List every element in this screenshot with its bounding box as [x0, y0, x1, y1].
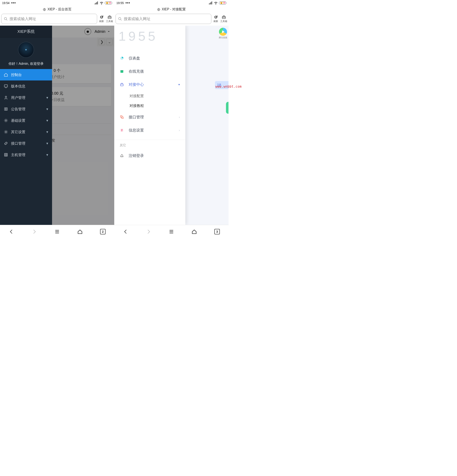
browser-bar: 搜索或输入网址 刷新 工具箱 — [114, 13, 229, 26]
monitor-icon — [4, 84, 8, 88]
gear-icon — [4, 118, 8, 123]
chevron-right-icon: › — [179, 128, 180, 132]
nav-menu-button[interactable] — [53, 227, 62, 236]
action-button-edge[interactable] — [226, 102, 229, 114]
menu-item[interactable]: 信息设置› — [114, 124, 185, 137]
search-icon — [4, 17, 8, 21]
menu-icon — [169, 229, 174, 234]
menu-item-label: 接口管理 — [129, 115, 144, 120]
svg-point-7 — [5, 131, 7, 133]
nav-forward-button[interactable] — [30, 227, 39, 236]
menu-item[interactable]: 对接中心▾ — [114, 78, 185, 91]
home-icon — [191, 229, 197, 235]
url-input[interactable]: 搜索或输入网址 — [116, 14, 211, 24]
svg-rect-15 — [120, 84, 123, 86]
panel-menu: 仪表盘在线充值对接中心▾对接配置对接教程接口管理›信息设置› — [114, 52, 185, 137]
chevron-down-icon: ▾ — [46, 118, 48, 123]
menu-item[interactable]: 在线充值 — [114, 65, 185, 78]
battery-indicator: 🐱66 — [105, 1, 112, 4]
info-banner[interactable]: 18 — [215, 81, 229, 89]
home-icon — [77, 229, 83, 235]
drawer-item-label: 版本信息 — [11, 84, 25, 89]
nav-home-button[interactable] — [190, 227, 199, 236]
svg-rect-14 — [120, 70, 123, 71]
side-drawer: XIEP系统 你好！Admin, 欢迎登录 控制台版本信息用户管理▾公告管理▾基… — [0, 26, 52, 225]
search-icon — [118, 17, 122, 21]
nav-forward-button[interactable] — [144, 227, 153, 236]
drawer-title: XIEP系统 — [0, 26, 52, 37]
menu-item[interactable]: 仪表盘 — [114, 52, 185, 65]
menu-item[interactable]: 接口管理› — [114, 110, 185, 124]
link-icon — [4, 141, 8, 145]
menu-icon — [120, 128, 124, 132]
svg-rect-8 — [4, 153, 7, 156]
user-icon — [4, 95, 8, 100]
chevron-down-icon: ▾ — [46, 95, 48, 100]
menu-icon — [120, 56, 124, 60]
signal-icon — [208, 1, 213, 5]
chevron-right-icon — [146, 229, 151, 234]
nav-menu-button[interactable] — [167, 227, 176, 236]
content-area-right: 腾讯视频 18 1955 仪表盘在线充值对接中心▾对接配置对接教程接口管理›信息… — [114, 26, 229, 225]
status-time: 19:54 — [2, 1, 9, 5]
drawer-item-grid[interactable]: 主机管理▾ — [0, 149, 52, 161]
svg-point-6 — [5, 120, 7, 121]
home-icon — [4, 73, 8, 77]
svg-rect-4 — [4, 85, 8, 87]
chevron-left-icon — [123, 229, 128, 234]
menu-item-logout[interactable]: 注销登录 — [114, 149, 185, 162]
url-input[interactable]: 搜索或输入网址 — [1, 14, 97, 24]
drawer-item-label: 控制台 — [11, 72, 22, 77]
drawer-item-link[interactable]: 接口管理▾ — [0, 138, 52, 149]
toolbox-icon — [108, 15, 112, 19]
status-time: 19:55 — [116, 1, 124, 5]
bottom-nav: 3 — [114, 225, 229, 238]
chevron-down-icon: ▾ — [46, 153, 48, 157]
svg-line-2 — [6, 19, 7, 20]
clock-display: 1955 — [114, 29, 185, 44]
menu-item-label: 信息设置 — [129, 128, 144, 133]
menu-icon — [120, 69, 124, 74]
browser-refresh-button[interactable]: 刷新 — [214, 15, 218, 23]
menu-icon — [120, 82, 124, 87]
browser-page-title: XlEP - 对接配置 — [114, 6, 229, 13]
submenu-item[interactable]: 对接教程 — [114, 101, 185, 110]
drawer-item-label: 基础设置 — [11, 118, 25, 123]
svg-point-1 — [4, 17, 7, 20]
status-more-icon: ••• — [11, 1, 16, 5]
screen-left: 19:54 ••• 🐱66 XlEP - 后台首页 搜索或输入网址 刷新 工具箱 — [0, 0, 114, 238]
drawer-avatar[interactable] — [18, 42, 34, 58]
drawer-item-user[interactable]: 用户管理▾ — [0, 92, 52, 103]
nav-tabs-button[interactable]: 3 — [213, 227, 222, 236]
drawer-item-gear[interactable]: 其它设置▾ — [0, 126, 52, 138]
nav-back-button[interactable] — [121, 227, 130, 236]
chevron-down-icon: ▾ — [178, 83, 180, 86]
menu-icon — [54, 229, 60, 234]
status-bar: 19:55 ••• 🐱68 — [114, 0, 229, 6]
drawer-item-monitor[interactable]: 版本信息 — [0, 80, 52, 92]
drawer-item-label: 其它设置 — [11, 130, 25, 135]
bottom-nav: 2 — [0, 225, 114, 238]
drawer-item-gear[interactable]: 基础设置▾ — [0, 115, 52, 126]
browser-toolbox-button[interactable]: 工具箱 — [220, 15, 227, 23]
chevron-right-icon: › — [179, 115, 180, 119]
nav-back-button[interactable] — [7, 227, 16, 236]
submenu-item[interactable]: 对接配置 — [114, 91, 185, 101]
gear-icon — [4, 130, 8, 134]
browser-refresh-button[interactable]: 刷新 — [99, 15, 104, 23]
drawer-item-book[interactable]: 公告管理▾ — [0, 103, 52, 115]
wifi-icon — [100, 1, 104, 5]
browser-page-title: XlEP - 后台首页 — [0, 6, 114, 13]
menu-icon — [120, 115, 124, 119]
browser-toolbox-button[interactable]: 工具箱 — [106, 15, 113, 23]
menu-item-label: 对接中心 — [129, 82, 144, 87]
status-bar: 19:54 ••• 🐱66 — [0, 0, 114, 6]
nav-home-button[interactable] — [75, 227, 84, 236]
tencent-video-badge[interactable]: 腾讯视频 — [219, 28, 227, 39]
chevron-down-icon: ▾ — [46, 107, 48, 111]
svg-line-11 — [121, 19, 121, 20]
browser-bar: 搜索或输入网址 刷新 工具箱 — [0, 13, 114, 26]
drawer-item-label: 主机管理 — [11, 153, 25, 157]
drawer-item-home[interactable]: 控制台 — [0, 69, 52, 80]
nav-tabs-button[interactable]: 2 — [98, 227, 107, 236]
